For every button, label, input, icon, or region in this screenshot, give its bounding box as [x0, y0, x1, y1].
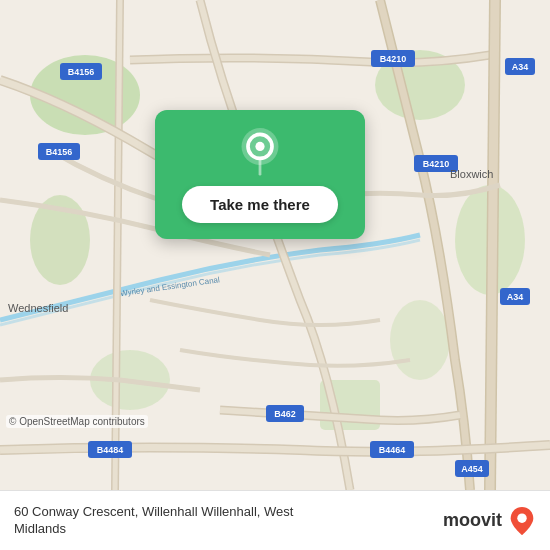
svg-text:B4156: B4156 — [68, 67, 95, 77]
take-me-there-button[interactable]: Take me there — [182, 186, 338, 223]
svg-text:B462: B462 — [274, 409, 296, 419]
svg-text:B4464: B4464 — [379, 445, 406, 455]
svg-point-33 — [255, 142, 264, 151]
map-attribution: © OpenStreetMap contributors — [6, 415, 148, 428]
svg-text:A34: A34 — [512, 62, 529, 72]
svg-text:B4484: B4484 — [97, 445, 124, 455]
moovit-logo: moovit — [443, 505, 536, 537]
svg-text:B4210: B4210 — [380, 54, 407, 64]
svg-text:B4156: B4156 — [46, 147, 73, 157]
svg-text:A34: A34 — [507, 292, 524, 302]
map-container: Wyrley and Essington Canal — [0, 0, 550, 490]
map-pin-icon — [236, 128, 284, 176]
svg-text:B4210: B4210 — [423, 159, 450, 169]
svg-point-34 — [517, 513, 526, 522]
moovit-pin-icon — [508, 505, 536, 537]
svg-text:A454: A454 — [461, 464, 483, 474]
location-text: 60 Conway Crescent, Willenhall Willenhal… — [14, 504, 443, 538]
bottom-bar: 60 Conway Crescent, Willenhall Willenhal… — [0, 490, 550, 550]
moovit-text: moovit — [443, 510, 502, 531]
location-info: 60 Conway Crescent, Willenhall Willenhal… — [14, 504, 443, 538]
svg-point-4 — [390, 300, 450, 380]
location-card: Take me there — [155, 110, 365, 239]
svg-text:Bloxwich: Bloxwich — [450, 168, 493, 180]
svg-text:Wednesfield: Wednesfield — [8, 302, 68, 314]
